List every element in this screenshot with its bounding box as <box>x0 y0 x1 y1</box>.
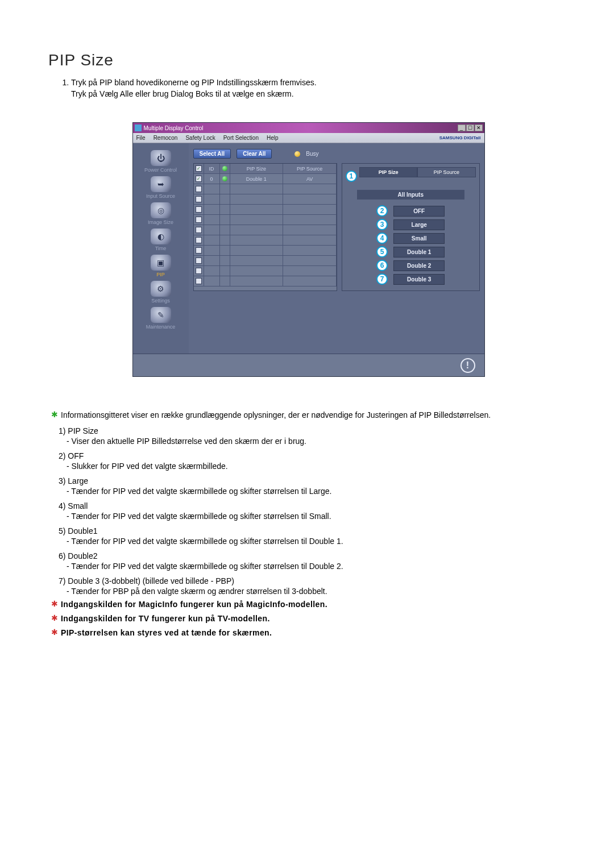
desc-item-title: 3) Large <box>59 476 569 485</box>
callout-3: 3 <box>376 219 388 230</box>
cell-pip-source <box>283 215 337 225</box>
minimize-button[interactable]: _ <box>458 124 466 131</box>
table-row[interactable] <box>194 184 337 194</box>
row-checkbox[interactable] <box>196 237 202 243</box>
pip-icon: ▣ <box>151 255 171 271</box>
col-pip-size: PIP Size <box>230 164 284 174</box>
close-button[interactable]: ✕ <box>475 124 483 131</box>
intro-text-2: Tryk på Vælg Alle eller brug Dialog Boks… <box>71 89 294 98</box>
table-row[interactable] <box>194 215 337 225</box>
menubar: File Remocon Safety Lock Port Selection … <box>133 133 484 143</box>
table-row[interactable]: ✓0Double 1AV <box>194 174 337 184</box>
cell-id <box>204 184 220 194</box>
table-row[interactable] <box>194 205 337 215</box>
intro-list: Tryk på PIP bland hovedikonerne og PIP I… <box>71 77 569 99</box>
desc-item: 3) LargeTænder for PIP ved det valgte sk… <box>59 476 569 496</box>
table-row[interactable] <box>194 256 337 266</box>
table-row[interactable] <box>194 194 337 205</box>
alert-icon: ! <box>460 358 475 373</box>
cell-pip-source: AV <box>283 174 337 184</box>
sidebar-item-pip[interactable]: ▣PIP <box>136 254 185 279</box>
desc-item-body: Slukker for PIP ved det valgte skærmbill… <box>67 462 569 471</box>
desc-item-title: 2) OFF <box>59 451 569 460</box>
table-header: ✓ ID PIP Size PIP Source <box>194 164 337 174</box>
sidebar-item-time[interactable]: ◐Time <box>136 227 185 252</box>
cell-pip-source <box>283 205 337 215</box>
desc-item: 1) PIP SizeViser den aktuelle PIP Billed… <box>59 426 569 446</box>
menu-remocon[interactable]: Remocon <box>154 135 178 141</box>
desc-item-title: 5) Double1 <box>59 526 569 535</box>
double-2-button[interactable]: Double 2 <box>393 260 445 271</box>
cell-pip-size <box>230 184 284 194</box>
callout-4: 4 <box>376 232 388 244</box>
sidebar-item-label: Input Source <box>136 193 185 199</box>
col-status-icon <box>222 166 227 171</box>
row-checkbox[interactable] <box>196 278 202 284</box>
row-checkbox[interactable] <box>196 268 202 274</box>
table-row[interactable] <box>194 276 337 286</box>
brand-label: SAMSUNG DIGITall <box>439 135 481 140</box>
menu-safety-lock[interactable]: Safety Lock <box>185 135 215 141</box>
row-checkbox[interactable] <box>196 227 202 233</box>
double-3-button[interactable]: Double 3 <box>393 274 445 285</box>
desc-item-body: Tænder for PBP på den valgte skærm og æn… <box>67 587 569 596</box>
cell-pip-source <box>283 276 337 286</box>
col-id: ID <box>204 164 220 174</box>
off-button[interactable]: OFF <box>393 206 445 217</box>
table-row[interactable] <box>194 246 337 256</box>
sidebar-item-image-size[interactable]: ◎Image Size <box>136 201 185 226</box>
note-text: Indgangskilden for TV fungerer kun på TV… <box>61 613 270 624</box>
sidebar-item-label: Time <box>136 246 185 251</box>
tab-pip-source[interactable]: PIP Source <box>417 167 475 177</box>
page-title: PIP Size <box>48 51 569 69</box>
status-bar: ! <box>133 354 484 376</box>
desc-item-title: 4) Small <box>59 501 569 510</box>
small-button[interactable]: Small <box>393 233 445 244</box>
desc-item: 4) SmallTænder for PIP ved det valgte sk… <box>59 501 569 521</box>
sidebar-item-settings[interactable]: ⚙Settings <box>136 280 185 305</box>
callout-5: 5 <box>376 246 388 258</box>
clear-all-button[interactable]: Clear All <box>237 149 272 159</box>
sidebar-item-input-source[interactable]: ➥Input Source <box>136 175 185 200</box>
menu-help[interactable]: Help <box>267 135 279 141</box>
sidebar-item-label: Image Size <box>136 219 185 225</box>
cell-pip-source <box>283 256 337 266</box>
app-window: Multiple Display Control _ ☐ ✕ File Remo… <box>132 122 485 377</box>
menu-file[interactable]: File <box>136 135 146 141</box>
row-checkbox[interactable] <box>196 217 202 223</box>
tab-pip-size[interactable]: PIP Size <box>359 167 417 177</box>
table-row[interactable] <box>194 225 337 235</box>
cell-id <box>204 194 220 205</box>
table-row[interactable] <box>194 266 337 276</box>
row-checkbox[interactable] <box>196 258 202 264</box>
header-checkbox[interactable]: ✓ <box>196 165 202 172</box>
cell-pip-source <box>283 184 337 194</box>
maximize-button[interactable]: ☐ <box>466 124 474 131</box>
desc-item: 2) OFFSlukker for PIP ved det valgte skæ… <box>59 451 569 471</box>
row-checkbox[interactable] <box>196 186 202 192</box>
cell-pip-source <box>283 246 337 256</box>
star-icon: ✱ <box>48 599 61 608</box>
cell-id <box>204 215 220 225</box>
sidebar-item-power-control[interactable]: ⏻Power Control <box>136 149 185 174</box>
desc-item-title: 7) Double 3 (3-dobbelt) (billede ved bil… <box>59 576 569 585</box>
sidebar-item-maintenance[interactable]: ✎Maintenance <box>136 306 185 331</box>
row-checkbox[interactable] <box>196 206 202 213</box>
row-checkbox[interactable] <box>196 196 202 202</box>
cell-pip-size <box>230 256 284 266</box>
cell-pip-size <box>230 246 284 256</box>
cell-pip-source <box>283 225 337 235</box>
desc-item-body: Tænder for PIP ved det valgte skærmbille… <box>67 487 569 496</box>
col-pip-source: PIP Source <box>283 164 337 174</box>
large-button[interactable]: Large <box>393 219 445 230</box>
select-all-button[interactable]: Select All <box>193 149 231 159</box>
double-1-button[interactable]: Double 1 <box>393 247 445 258</box>
sidebar-item-label: Power Control <box>136 167 185 173</box>
table-row[interactable] <box>194 235 337 246</box>
pip-panel: 1 PIP Size PIP Source All Inputs 2OFF3La… <box>342 163 480 291</box>
row-checkbox[interactable]: ✓ <box>196 176 202 182</box>
sidebar-item-label: Settings <box>136 298 185 304</box>
row-checkbox[interactable] <box>196 247 202 254</box>
menu-port-selection[interactable]: Port Selection <box>223 135 259 141</box>
cell-id <box>204 235 220 246</box>
